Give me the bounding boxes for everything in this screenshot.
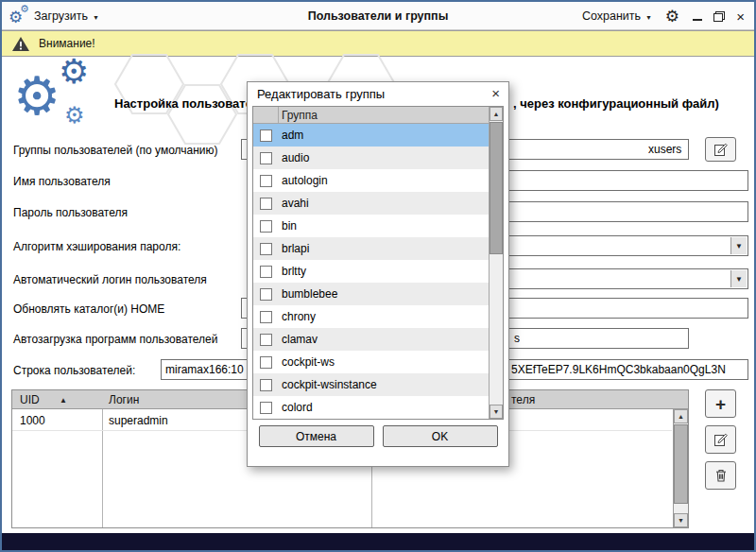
group-checkbox[interactable] xyxy=(260,356,272,369)
status-bar xyxy=(2,533,754,550)
cell-login: superadmin xyxy=(109,414,168,427)
group-name: clamav xyxy=(282,333,318,346)
cancel-button[interactable]: Отмена xyxy=(259,425,374,447)
app-window: ⚙ ⚙ Загрузить ▼ Пользователи и группы Со… xyxy=(0,0,756,552)
column-header-group[interactable]: Группа xyxy=(282,109,318,122)
settings-gear-icon[interactable]: ⚙ xyxy=(665,7,679,26)
group-row[interactable]: cockpit-wsinstance xyxy=(253,373,503,396)
group-row[interactable]: bin xyxy=(253,215,503,237)
gear-icon: ⚙ xyxy=(20,3,29,15)
group-checkbox[interactable] xyxy=(260,334,272,346)
group-checkbox[interactable] xyxy=(260,175,272,187)
ok-button[interactable]: OK xyxy=(383,425,498,447)
window-controls: × xyxy=(693,2,745,30)
close-button[interactable]: × xyxy=(736,9,745,24)
minimize-button[interactable] xyxy=(693,12,702,21)
delete-user-button[interactable] xyxy=(705,461,736,490)
pencil-icon xyxy=(713,142,729,157)
scroll-thumb[interactable] xyxy=(490,122,503,254)
group-row[interactable]: cockpit-ws xyxy=(253,351,503,373)
group-name: bin xyxy=(282,219,297,233)
save-button-label: Сохранить xyxy=(582,9,641,23)
field-label-user-string: Строка пользователей: xyxy=(13,364,135,377)
group-checkbox[interactable] xyxy=(260,198,272,210)
group-checkbox[interactable] xyxy=(260,311,272,323)
scroll-down-icon[interactable]: ▼ xyxy=(674,513,688,527)
plus-icon: + xyxy=(715,395,726,413)
dialog-title: Редактировать группы xyxy=(257,87,385,101)
add-user-button[interactable]: + xyxy=(705,389,736,418)
gears-logo-icon: ⚙ ⚙ ⚙ xyxy=(13,59,108,144)
gear-icon: ⚙ xyxy=(13,70,60,123)
warning-icon xyxy=(11,36,30,52)
cell-uid: 1000 xyxy=(20,414,45,427)
sort-asc-icon: ▲ xyxy=(60,396,67,405)
chevron-down-icon: ▼ xyxy=(645,14,652,21)
gear-icon: ⚙ xyxy=(59,55,89,89)
edit-user-button[interactable] xyxy=(705,425,736,454)
group-name: colord xyxy=(282,401,313,414)
column-header-uid[interactable]: UID xyxy=(20,393,40,406)
group-checkbox[interactable] xyxy=(260,220,272,233)
group-name: cockpit-wsinstance xyxy=(282,378,377,391)
group-checkbox[interactable] xyxy=(260,288,272,301)
dialog-scrollbar[interactable]: ▲ ▼ xyxy=(489,107,503,419)
field-label-autologin: Автоматический логин пользователя xyxy=(13,273,207,286)
group-name: avahi xyxy=(282,197,309,210)
group-checkbox[interactable] xyxy=(260,402,272,414)
group-row[interactable]: audio xyxy=(253,147,503,169)
default-groups-value: xusers xyxy=(648,143,681,156)
page-heading-right: , через конфигурационный файл) xyxy=(513,96,719,111)
scroll-up-icon[interactable]: ▲ xyxy=(490,107,503,121)
trash-icon xyxy=(713,468,729,483)
column-header-username[interactable]: теля xyxy=(511,393,535,406)
field-label-default-groups: Группы пользователей (по умолчанию) xyxy=(13,144,218,157)
group-name: audio xyxy=(282,151,309,164)
group-name: bumblebee xyxy=(282,287,337,301)
edit-groups-button[interactable] xyxy=(705,137,736,162)
group-checkbox[interactable] xyxy=(260,152,272,164)
group-checkbox[interactable] xyxy=(260,243,272,255)
edit-groups-dialog: Редактировать группы × Группа adm audio … xyxy=(247,81,509,467)
header-divider xyxy=(278,107,279,123)
column-header-login[interactable]: Логин xyxy=(109,393,139,406)
scroll-up-icon[interactable]: ▲ xyxy=(674,409,688,423)
warning-text: Внимание! xyxy=(39,37,95,50)
dialog-close-icon[interactable]: × xyxy=(491,85,500,101)
group-row[interactable]: chrony xyxy=(253,305,503,328)
group-checkbox[interactable] xyxy=(260,379,272,391)
group-row-selected[interactable]: adm xyxy=(253,124,503,147)
group-row[interactable]: brltty xyxy=(253,260,503,283)
group-row[interactable]: autologin xyxy=(253,169,503,192)
groups-list-header: Группа xyxy=(253,107,503,124)
group-checkbox[interactable] xyxy=(260,266,272,278)
scroll-down-icon[interactable]: ▼ xyxy=(490,405,503,419)
group-row[interactable]: colord xyxy=(253,396,503,419)
scroll-thumb[interactable] xyxy=(674,424,688,504)
user-string-value-right: 5XEfTeEP7.9LK6HmQC3bkabaan0QgL3N xyxy=(511,363,726,376)
load-button[interactable]: Загрузить ▼ xyxy=(34,2,99,30)
chevron-down-icon: ▼ xyxy=(93,14,99,21)
group-checkbox[interactable] xyxy=(260,129,272,142)
field-label-autostart: Автозагрузка программ пользователей xyxy=(13,333,217,346)
field-label-password: Пароль пользователя xyxy=(13,206,128,219)
group-row[interactable]: bumblebee xyxy=(253,283,503,305)
maximize-button[interactable] xyxy=(713,11,725,22)
field-label-hash-algorithm: Алгоритм хэширования пароля: xyxy=(13,240,180,253)
toolbar: ⚙ ⚙ Загрузить ▼ Пользователи и группы Со… xyxy=(2,2,754,30)
dialog-buttons: Отмена OK xyxy=(248,425,508,447)
dropdown-arrow-icon[interactable]: ▼ xyxy=(730,237,747,254)
group-row[interactable]: brlapi xyxy=(253,237,503,260)
group-name: autologin xyxy=(282,174,328,187)
load-button-label: Загрузить xyxy=(34,9,88,23)
group-name: adm xyxy=(282,129,303,142)
dropdown-arrow-icon[interactable]: ▼ xyxy=(730,270,747,287)
group-name: chrony xyxy=(282,310,316,323)
pencil-icon xyxy=(713,432,729,447)
group-row[interactable]: clamav xyxy=(253,328,503,351)
save-button[interactable]: Сохранить ▼ xyxy=(582,2,652,30)
user-string-value-left: miramax166:10 xyxy=(165,363,244,376)
groups-list: Группа adm audio autologin avahi bin xyxy=(252,106,504,420)
table-scrollbar[interactable]: ▲ ▼ xyxy=(673,409,688,527)
group-row[interactable]: avahi xyxy=(253,192,503,215)
